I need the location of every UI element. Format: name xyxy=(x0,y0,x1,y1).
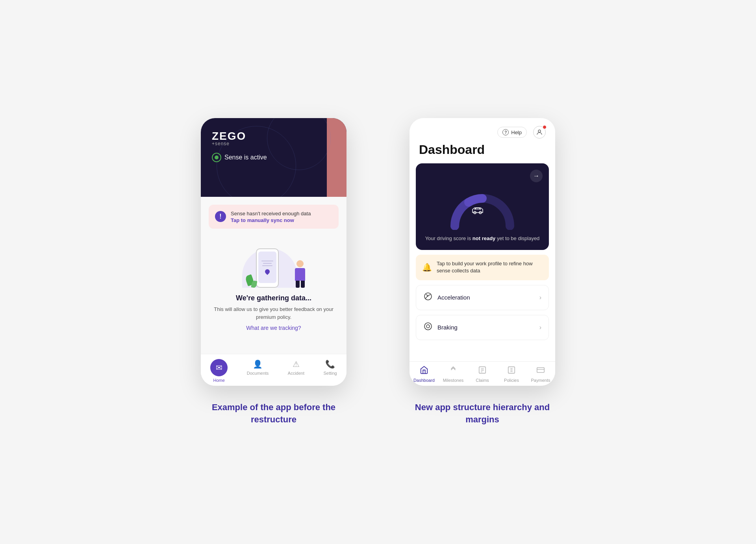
braking-row[interactable]: Braking › xyxy=(416,315,549,340)
svg-point-0 xyxy=(538,130,541,132)
nav-home[interactable]: ✉ Home xyxy=(210,359,228,383)
speedometer-svg xyxy=(447,191,518,230)
home-icon: ✉ xyxy=(210,359,228,376)
nav-dashboard[interactable]: Dashboard xyxy=(412,366,436,383)
acceleration-label: Acceleration xyxy=(437,294,470,301)
alert-banner: ! Sense hasn't received enough data Tap … xyxy=(209,205,339,229)
help-button[interactable]: ? Help xyxy=(497,127,527,138)
nav-milestones[interactable]: Milestones xyxy=(441,366,465,383)
caption-left: Example of the app before the restructur… xyxy=(201,402,346,426)
help-label: Help xyxy=(511,130,522,135)
acceleration-left: Acceleration xyxy=(423,292,470,303)
caption-left-text: Example of the app before the restructur… xyxy=(201,402,346,426)
right-phone-body: → xyxy=(410,163,555,361)
score-card-arrow[interactable]: → xyxy=(530,170,543,182)
left-section: ZEGO +sense Sense is active ! Sense hasn… xyxy=(201,118,346,426)
dashboard-icon xyxy=(420,366,428,377)
sense-active-indicator: Sense is active xyxy=(212,153,335,162)
svg-point-4 xyxy=(424,323,432,330)
acceleration-chevron: › xyxy=(539,294,541,301)
gathering-desc: This will allow us to give you better fe… xyxy=(209,305,339,321)
bell-icon: 🔔 xyxy=(422,263,432,272)
phone-right: ? Help Dashboard xyxy=(410,118,555,386)
score-card[interactable]: → xyxy=(416,163,549,250)
right-phone-header: ? Help xyxy=(410,118,555,142)
nav-payments[interactable]: Payments xyxy=(529,366,552,383)
svg-rect-10 xyxy=(537,368,544,373)
nav-documents-label: Documents xyxy=(247,371,269,376)
score-bold: not ready xyxy=(472,235,496,241)
work-profile-banner[interactable]: 🔔 Tap to build your work profile to refi… xyxy=(416,255,549,280)
setting-icon: 📞 xyxy=(325,359,335,369)
right-section: ? Help Dashboard xyxy=(410,118,555,426)
gathering-title: We're gathering data... xyxy=(209,294,339,302)
nav-documents[interactable]: 👤 Documents xyxy=(247,359,269,383)
nav-payments-label: Payments xyxy=(531,378,550,383)
what-tracking-link[interactable]: What are we tracking? xyxy=(209,325,339,331)
zego-logo-text: ZEGO xyxy=(212,130,335,142)
caption-right: New app structure hierarchy and margins xyxy=(410,402,555,426)
alert-main-text: Sense hasn't received enough data xyxy=(231,210,311,217)
caption-right-text: New app structure hierarchy and margins xyxy=(410,402,555,426)
zego-logo-sub: +sense xyxy=(212,141,335,146)
work-profile-text: Tap to build your work profile to refine… xyxy=(437,260,543,274)
acceleration-row[interactable]: Acceleration › xyxy=(416,285,549,310)
braking-left: Braking xyxy=(423,322,458,333)
illustration-area xyxy=(209,237,339,288)
documents-icon: 👤 xyxy=(253,359,263,369)
zego-logo: ZEGO +sense xyxy=(212,130,335,146)
alert-icon: ! xyxy=(215,211,226,222)
active-dot-inner xyxy=(215,155,219,159)
help-icon: ? xyxy=(502,129,509,135)
score-not-ready-text: Your driving score is not ready yet to b… xyxy=(425,235,540,242)
claims-icon xyxy=(478,366,487,377)
svg-rect-6 xyxy=(479,367,486,374)
user-avatar-wrapper xyxy=(533,126,546,139)
braking-chevron: › xyxy=(539,324,541,331)
nav-home-label: Home xyxy=(213,378,225,383)
nav-setting[interactable]: 📞 Setting xyxy=(323,359,337,383)
nav-claims-label: Claims xyxy=(476,378,489,383)
right-bottom-nav: Dashboard Milestones xyxy=(410,361,555,386)
left-bottom-nav: ✉ Home 👤 Documents ⚠ Accident 📞 Setting xyxy=(201,354,346,386)
score-prefix: Your driving score is xyxy=(425,235,472,241)
nav-accident-label: Accident xyxy=(288,371,304,376)
sense-active-text: Sense is active xyxy=(224,154,267,161)
nav-setting-label: Setting xyxy=(323,371,337,376)
left-phone-header: ZEGO +sense Sense is active xyxy=(201,118,346,197)
alert-sync-link[interactable]: Tap to manually sync now xyxy=(231,217,311,223)
dashboard-title: Dashboard xyxy=(410,142,555,163)
braking-icon xyxy=(423,322,433,333)
nav-accident[interactable]: ⚠ Accident xyxy=(288,359,304,383)
notification-dot xyxy=(543,125,547,129)
alert-text-block: Sense hasn't received enough data Tap to… xyxy=(231,210,311,223)
policies-icon xyxy=(507,366,516,377)
pink-strip xyxy=(327,118,346,197)
payments-icon xyxy=(536,366,545,377)
svg-point-5 xyxy=(426,325,430,328)
nav-claims[interactable]: Claims xyxy=(471,366,494,383)
nav-policies-label: Policies xyxy=(504,378,519,383)
nav-policies[interactable]: Policies xyxy=(500,366,523,383)
braking-label: Braking xyxy=(437,324,458,331)
score-suffix: yet to be displayed xyxy=(495,235,539,241)
accident-icon: ⚠ xyxy=(291,359,301,369)
active-dot xyxy=(212,153,221,162)
milestones-icon xyxy=(449,366,458,377)
nav-dashboard-label: Dashboard xyxy=(413,378,435,383)
nav-milestones-label: Milestones xyxy=(443,378,464,383)
phone-left: ZEGO +sense Sense is active ! Sense hasn… xyxy=(201,118,346,386)
acceleration-icon xyxy=(423,292,433,303)
